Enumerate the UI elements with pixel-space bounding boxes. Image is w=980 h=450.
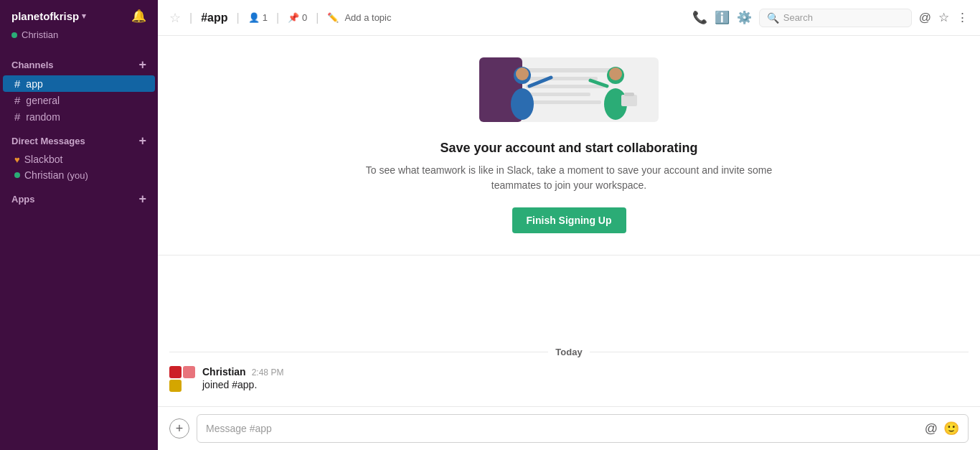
message-header: Christian 2:48 PM: [202, 366, 283, 378]
workspace-name[interactable]: planetofkrisp ▾: [11, 10, 86, 22]
sidebar: planetofkrisp ▾ 🔔 Christian Channels + #…: [0, 0, 158, 450]
star-icon-top[interactable]: ☆: [938, 10, 949, 25]
divider-line-right: [590, 352, 969, 352]
divider-line-left: [169, 352, 548, 352]
avatar-piece-red: [169, 366, 182, 378]
pin-count: 0: [302, 12, 307, 23]
main-area: ☆ | #app | 👤 1 | 📌 0 | ✏️ Add a topic 📞 …: [158, 0, 980, 450]
message-content: Christian 2:48 PM joined #app.: [202, 366, 283, 390]
svg-rect-15: [621, 95, 637, 106]
channels-section: Channels + # app # general # random: [0, 55, 158, 125]
topbar-right: 📞 ℹ️ ⚙️ 🔍 @ ☆ ⋮: [692, 9, 969, 27]
welcome-banner: Save your account and start collaboratin…: [158, 36, 980, 256]
apps-section-header[interactable]: Apps +: [0, 189, 158, 210]
channels-section-header[interactable]: Channels +: [0, 55, 158, 75]
topbar-divider: |: [189, 11, 192, 24]
pencil-icon: ✏️: [327, 12, 339, 23]
workspace-name-text: planetofkrisp: [11, 10, 79, 22]
channel-title: #app: [201, 11, 227, 24]
star-icon[interactable]: ☆: [169, 10, 181, 26]
sidebar-header: planetofkrisp ▾ 🔔: [0, 0, 158, 29]
dm-label: Direct Messages: [11, 136, 85, 146]
message-input-box: @ 🙂: [197, 414, 969, 443]
user-name: Christian: [22, 29, 58, 40]
sidebar-item-christian[interactable]: Christian (you): [3, 167, 155, 183]
avatar-piece-gold: [169, 380, 182, 392]
online-dot-dm: [14, 172, 20, 178]
divider-2: |: [276, 11, 279, 24]
svg-rect-5: [526, 100, 601, 104]
dm-name-christian: Christian (you): [24, 169, 88, 181]
channel-name-random: random: [26, 111, 60, 123]
spacer: [158, 256, 980, 332]
svg-point-13: [609, 67, 622, 80]
add-channel-icon[interactable]: +: [138, 57, 146, 72]
search-icon: 🔍: [767, 12, 779, 24]
sidebar-item-general[interactable]: # general: [3, 92, 155, 108]
avatar-piece-pink: [183, 366, 195, 378]
message-input[interactable]: [206, 423, 925, 434]
topbar-pins: 📌 0: [288, 12, 307, 23]
svg-rect-16: [624, 93, 634, 96]
svg-point-8: [511, 88, 534, 120]
finish-signing-up-button[interactable]: Finish Signing Up: [512, 207, 626, 233]
more-icon[interactable]: ⋮: [956, 10, 969, 25]
topbar: ☆ | #app | 👤 1 | 📌 0 | ✏️ Add a topic 📞 …: [158, 0, 980, 36]
apps-label: Apps: [11, 194, 35, 205]
sidebar-item-slackbot[interactable]: ♥ Slackbot: [3, 151, 155, 167]
divider-1: |: [237, 11, 240, 24]
sidebar-item-app[interactable]: # app: [3, 75, 155, 92]
phone-icon[interactable]: 📞: [692, 10, 707, 25]
topbar-left: ☆ | #app | 👤 1 | 📌 0 | ✏️ Add a topic: [169, 10, 391, 26]
svg-point-9: [516, 67, 529, 80]
add-attachment-button[interactable]: +: [169, 418, 189, 439]
emoji-icon[interactable]: 🙂: [943, 421, 959, 436]
welcome-description: To see what teamwork is like in Slack, t…: [361, 163, 777, 193]
add-app-icon[interactable]: +: [138, 192, 146, 207]
heart-icon: ♥: [14, 154, 20, 165]
pin-icon: 📌: [288, 12, 299, 23]
sidebar-item-random[interactable]: # random: [3, 108, 155, 125]
avatar: [169, 366, 195, 392]
channel-name-general: general: [26, 95, 60, 106]
at-mention-icon[interactable]: @: [925, 421, 938, 436]
search-box: 🔍: [759, 9, 912, 27]
messages-area: Christian 2:48 PM joined #app.: [158, 366, 980, 406]
input-icons: @ 🙂: [925, 421, 959, 436]
channels-label: Channels: [11, 60, 54, 70]
info-icon[interactable]: ℹ️: [715, 10, 730, 25]
today-label: Today: [555, 347, 582, 357]
content-area: Save your account and start collaboratin…: [158, 36, 980, 406]
channel-name-app: app: [26, 78, 42, 90]
svg-rect-3: [526, 85, 605, 88]
apps-section: Apps +: [0, 189, 158, 210]
bell-icon[interactable]: 🔔: [131, 9, 146, 24]
dm-section-header[interactable]: Direct Messages +: [0, 131, 158, 151]
svg-rect-2: [526, 77, 598, 80]
add-dm-icon[interactable]: +: [138, 133, 146, 149]
svg-rect-1: [526, 68, 612, 72]
add-topic-link[interactable]: Add a topic: [344, 12, 391, 23]
member-count: 1: [263, 12, 268, 23]
workspace-chevron-icon: ▾: [82, 11, 86, 21]
welcome-illustration: [458, 50, 680, 129]
topbar-meta: #app: [201, 11, 227, 24]
search-input[interactable]: [783, 12, 904, 23]
hash-icon: #: [14, 78, 20, 90]
message-time: 2:48 PM: [252, 367, 284, 378]
gear-icon[interactable]: ⚙️: [737, 10, 752, 25]
message-input-area: + @ 🙂: [158, 406, 980, 450]
user-status: Christian: [0, 29, 158, 49]
avatar-stack: [169, 366, 195, 392]
dm-name-slackbot: Slackbot: [24, 154, 63, 165]
topbar-members: 👤 1: [248, 12, 268, 23]
today-divider: Today: [158, 332, 980, 366]
dm-section: Direct Messages + ♥ Slackbot Christian (…: [0, 131, 158, 183]
online-dot: [11, 32, 17, 38]
welcome-title: Save your account and start collaboratin…: [440, 141, 697, 156]
person-icon: 👤: [248, 12, 260, 23]
at-icon[interactable]: @: [919, 11, 931, 25]
hash-icon: #: [14, 111, 20, 123]
svg-rect-4: [526, 93, 590, 96]
message-username: Christian: [202, 366, 246, 378]
